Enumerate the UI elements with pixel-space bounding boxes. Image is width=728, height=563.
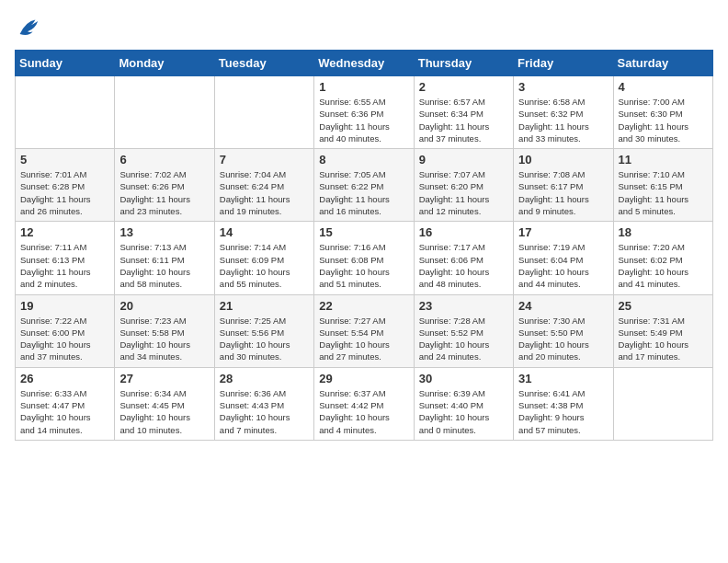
calendar-cell xyxy=(613,367,712,440)
calendar-cell xyxy=(16,76,115,149)
day-info: Sunrise: 7:08 AM Sunset: 6:17 PM Dayligh… xyxy=(518,168,608,217)
day-header: Friday xyxy=(514,51,613,76)
day-number: 11 xyxy=(619,153,708,167)
day-number: 23 xyxy=(419,299,508,313)
calendar-cell: 10Sunrise: 7:08 AM Sunset: 6:17 PM Dayli… xyxy=(514,149,613,222)
calendar-cell: 31Sunrise: 6:41 AM Sunset: 4:38 PM Dayli… xyxy=(514,367,613,440)
day-info: Sunrise: 6:58 AM Sunset: 6:32 PM Dayligh… xyxy=(518,96,608,144)
day-number: 16 xyxy=(419,225,508,239)
day-header: Thursday xyxy=(414,51,513,76)
calendar-cell xyxy=(214,76,313,149)
day-number: 12 xyxy=(20,225,109,239)
day-number: 15 xyxy=(319,225,408,239)
day-number: 19 xyxy=(20,299,109,313)
calendar-cell: 21Sunrise: 7:25 AM Sunset: 5:56 PM Dayli… xyxy=(214,294,313,367)
day-info: Sunrise: 7:16 AM Sunset: 6:08 PM Dayligh… xyxy=(319,241,408,290)
day-number: 2 xyxy=(419,80,508,94)
calendar-cell: 12Sunrise: 7:11 AM Sunset: 6:13 PM Dayli… xyxy=(16,222,115,294)
day-info: Sunrise: 7:17 AM Sunset: 6:06 PM Dayligh… xyxy=(419,241,508,290)
day-header: Monday xyxy=(115,51,214,76)
day-number: 7 xyxy=(220,153,309,167)
day-info: Sunrise: 7:23 AM Sunset: 5:58 PM Dayligh… xyxy=(119,315,209,363)
day-number: 27 xyxy=(119,372,209,385)
day-number: 30 xyxy=(419,372,508,385)
calendar-week-row: 26Sunrise: 6:33 AM Sunset: 4:47 PM Dayli… xyxy=(16,367,713,440)
day-number: 10 xyxy=(518,153,608,167)
calendar-header-row: SundayMondayTuesdayWednesdayThursdayFrid… xyxy=(16,51,713,76)
day-info: Sunrise: 7:11 AM Sunset: 6:13 PM Dayligh… xyxy=(20,241,109,290)
day-info: Sunrise: 7:31 AM Sunset: 5:49 PM Dayligh… xyxy=(619,315,708,363)
calendar-cell: 30Sunrise: 6:39 AM Sunset: 4:40 PM Dayli… xyxy=(414,367,513,440)
day-header: Wednesday xyxy=(314,51,414,76)
day-number: 5 xyxy=(20,153,109,167)
day-info: Sunrise: 7:07 AM Sunset: 6:20 PM Dayligh… xyxy=(419,168,508,217)
calendar-cell: 19Sunrise: 7:22 AM Sunset: 6:00 PM Dayli… xyxy=(16,294,115,367)
calendar-cell: 1Sunrise: 6:55 AM Sunset: 6:36 PM Daylig… xyxy=(314,76,414,149)
day-info: Sunrise: 7:28 AM Sunset: 5:52 PM Dayligh… xyxy=(419,315,508,363)
page-header xyxy=(15,15,713,40)
day-number: 22 xyxy=(319,299,408,313)
day-info: Sunrise: 6:33 AM Sunset: 4:47 PM Dayligh… xyxy=(20,387,109,436)
day-number: 6 xyxy=(119,153,209,167)
calendar-week-row: 19Sunrise: 7:22 AM Sunset: 6:00 PM Dayli… xyxy=(16,294,713,367)
day-info: Sunrise: 7:01 AM Sunset: 6:28 PM Dayligh… xyxy=(20,168,109,217)
day-info: Sunrise: 6:57 AM Sunset: 6:34 PM Dayligh… xyxy=(419,96,508,144)
day-info: Sunrise: 7:19 AM Sunset: 6:04 PM Dayligh… xyxy=(518,241,608,290)
calendar-cell: 28Sunrise: 6:36 AM Sunset: 4:43 PM Dayli… xyxy=(214,367,313,440)
day-number: 29 xyxy=(319,372,408,385)
calendar-cell: 17Sunrise: 7:19 AM Sunset: 6:04 PM Dayli… xyxy=(514,222,613,294)
calendar-cell: 27Sunrise: 6:34 AM Sunset: 4:45 PM Dayli… xyxy=(115,367,214,440)
logo xyxy=(15,15,44,40)
day-info: Sunrise: 6:37 AM Sunset: 4:42 PM Dayligh… xyxy=(319,387,408,436)
calendar-cell: 26Sunrise: 6:33 AM Sunset: 4:47 PM Dayli… xyxy=(16,367,115,440)
day-info: Sunrise: 6:41 AM Sunset: 4:38 PM Dayligh… xyxy=(518,387,608,436)
day-info: Sunrise: 7:13 AM Sunset: 6:11 PM Dayligh… xyxy=(119,241,209,290)
logo-bird-icon xyxy=(15,15,40,40)
calendar-cell: 3Sunrise: 6:58 AM Sunset: 6:32 PM Daylig… xyxy=(514,76,613,149)
day-number: 26 xyxy=(20,372,109,385)
day-info: Sunrise: 6:55 AM Sunset: 6:36 PM Dayligh… xyxy=(319,96,408,144)
day-info: Sunrise: 6:34 AM Sunset: 4:45 PM Dayligh… xyxy=(119,387,209,436)
calendar-cell: 13Sunrise: 7:13 AM Sunset: 6:11 PM Dayli… xyxy=(115,222,214,294)
day-info: Sunrise: 7:25 AM Sunset: 5:56 PM Dayligh… xyxy=(220,315,309,363)
calendar-cell: 6Sunrise: 7:02 AM Sunset: 6:26 PM Daylig… xyxy=(115,149,214,222)
calendar-week-row: 5Sunrise: 7:01 AM Sunset: 6:28 PM Daylig… xyxy=(16,149,713,222)
calendar-cell: 20Sunrise: 7:23 AM Sunset: 5:58 PM Dayli… xyxy=(115,294,214,367)
day-number: 24 xyxy=(518,299,608,313)
day-info: Sunrise: 7:00 AM Sunset: 6:30 PM Dayligh… xyxy=(619,96,708,144)
day-number: 8 xyxy=(319,153,408,167)
day-info: Sunrise: 7:02 AM Sunset: 6:26 PM Dayligh… xyxy=(119,168,209,217)
calendar-cell: 18Sunrise: 7:20 AM Sunset: 6:02 PM Dayli… xyxy=(613,222,712,294)
calendar-cell: 23Sunrise: 7:28 AM Sunset: 5:52 PM Dayli… xyxy=(414,294,513,367)
calendar-cell xyxy=(115,76,214,149)
day-info: Sunrise: 7:14 AM Sunset: 6:09 PM Dayligh… xyxy=(220,241,309,290)
day-number: 14 xyxy=(220,225,309,239)
day-number: 21 xyxy=(220,299,309,313)
day-number: 4 xyxy=(619,80,708,94)
calendar-cell: 2Sunrise: 6:57 AM Sunset: 6:34 PM Daylig… xyxy=(414,76,513,149)
calendar-cell: 24Sunrise: 7:30 AM Sunset: 5:50 PM Dayli… xyxy=(514,294,613,367)
calendar-cell: 5Sunrise: 7:01 AM Sunset: 6:28 PM Daylig… xyxy=(16,149,115,222)
calendar-cell: 16Sunrise: 7:17 AM Sunset: 6:06 PM Dayli… xyxy=(414,222,513,294)
calendar-cell: 14Sunrise: 7:14 AM Sunset: 6:09 PM Dayli… xyxy=(214,222,313,294)
day-info: Sunrise: 7:04 AM Sunset: 6:24 PM Dayligh… xyxy=(220,168,309,217)
day-info: Sunrise: 7:22 AM Sunset: 6:00 PM Dayligh… xyxy=(20,315,109,363)
day-number: 17 xyxy=(518,225,608,239)
day-header: Sunday xyxy=(16,51,115,76)
day-number: 1 xyxy=(319,80,408,94)
day-info: Sunrise: 6:39 AM Sunset: 4:40 PM Dayligh… xyxy=(419,387,508,436)
day-header: Saturday xyxy=(613,51,712,76)
calendar-cell: 25Sunrise: 7:31 AM Sunset: 5:49 PM Dayli… xyxy=(613,294,712,367)
calendar-cell: 22Sunrise: 7:27 AM Sunset: 5:54 PM Dayli… xyxy=(314,294,414,367)
calendar-cell: 11Sunrise: 7:10 AM Sunset: 6:15 PM Dayli… xyxy=(613,149,712,222)
day-info: Sunrise: 7:10 AM Sunset: 6:15 PM Dayligh… xyxy=(619,168,708,217)
day-number: 31 xyxy=(518,372,608,385)
day-number: 18 xyxy=(619,225,708,239)
calendar-week-row: 12Sunrise: 7:11 AM Sunset: 6:13 PM Dayli… xyxy=(16,222,713,294)
calendar-table: SundayMondayTuesdayWednesdayThursdayFrid… xyxy=(15,50,713,441)
day-number: 9 xyxy=(419,153,508,167)
day-info: Sunrise: 7:05 AM Sunset: 6:22 PM Dayligh… xyxy=(319,168,408,217)
day-number: 3 xyxy=(518,80,608,94)
calendar-cell: 15Sunrise: 7:16 AM Sunset: 6:08 PM Dayli… xyxy=(314,222,414,294)
day-number: 13 xyxy=(119,225,209,239)
